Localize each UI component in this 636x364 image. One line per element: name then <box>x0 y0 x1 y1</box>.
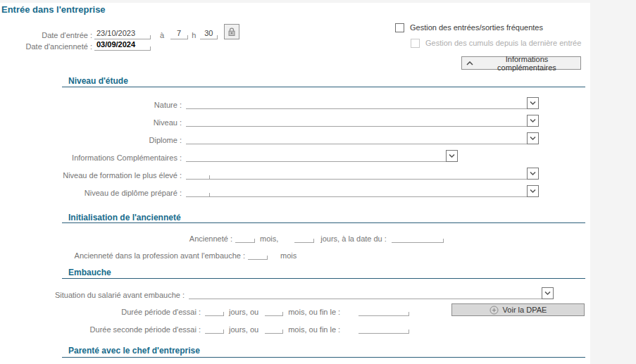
section-title-embauche: Embauche <box>68 268 111 277</box>
jours-ou-label: jours, ou <box>229 308 258 316</box>
periode-essai-label: Durée période d'essai : <box>0 308 201 316</box>
hour-input[interactable]: 7 <box>170 28 187 39</box>
nature-dropdown-button[interactable] <box>527 97 539 109</box>
seconde-periode-essai-label: Durée seconde période d'essai : <box>0 325 201 334</box>
essai2-fin-input[interactable] <box>358 322 409 334</box>
seconde-periode-essai-row: Durée seconde période d'essai : jours, o… <box>0 322 409 334</box>
chevron-down-icon <box>449 154 455 158</box>
chevron-down-icon <box>530 137 536 140</box>
diplome-dropdown-button[interactable] <box>527 132 539 144</box>
niveau-input[interactable] <box>186 115 527 127</box>
niveau-combobox[interactable] <box>186 115 539 127</box>
diplome-prepare-code-input[interactable] <box>186 186 209 197</box>
padlock-icon <box>227 27 236 37</box>
date-entree-row: Date d'entrée : 23/10/2023 à 7 h 30 <box>0 24 239 39</box>
nature-row: Nature : <box>0 97 539 109</box>
cumuls-label: Gestion des cumuls depuis la dernière en… <box>425 39 581 47</box>
chevron-up-icon <box>466 61 473 65</box>
date-entree-label: Date d'entrée : <box>0 31 92 39</box>
diplome-prepare-label: Niveau de diplôme préparé : <box>0 189 182 197</box>
mois2-label: mois <box>280 251 297 260</box>
chevron-down-icon <box>544 291 551 295</box>
situation-label: Situation du salarié avant embauche : <box>0 291 185 299</box>
hour-separator-label: h <box>192 31 196 39</box>
date-anciennete-label: Date d'ancienneté : <box>0 42 92 51</box>
formation-row: Niveau de formation le plus élevé : <box>0 168 539 180</box>
formation-label: Niveau de formation le plus élevé : <box>0 171 182 180</box>
essai1-mois-input[interactable] <box>265 305 282 316</box>
minute-input[interactable]: 30 <box>200 28 217 39</box>
diplome-input[interactable] <box>186 133 527 144</box>
anciennete-jours-input[interactable] <box>294 232 313 243</box>
at-label: à <box>160 31 164 39</box>
chevron-down-icon <box>530 172 536 175</box>
diplome-prepare-dropdown-button[interactable] <box>527 185 539 197</box>
nature-input[interactable] <box>186 98 527 109</box>
page-title: Entrée dans l'entreprise <box>1 4 106 15</box>
chevron-down-icon <box>530 189 536 193</box>
anciennete-label: Ancienneté : <box>0 234 232 243</box>
formation-dropdown-button[interactable] <box>527 168 539 180</box>
infos-complementaires-input[interactable] <box>186 151 446 162</box>
cumuls-checkbox <box>411 39 420 48</box>
mois-fin-label: mois, ou fin le : <box>288 308 340 316</box>
niveau-row: Niveau : <box>0 115 539 127</box>
date-entree-input[interactable]: 23/10/2023 <box>94 28 150 39</box>
formation-input[interactable] <box>209 168 527 180</box>
infos-complementaires-dropdown-button[interactable] <box>446 150 458 162</box>
niveau-label: Niveau : <box>0 118 182 127</box>
nature-label: Nature : <box>0 101 182 109</box>
section-title-niveau-etude: Niveau d'étude <box>68 76 128 86</box>
diplome-prepare-combobox[interactable] <box>209 185 539 197</box>
essai1-fin-input[interactable] <box>358 305 409 316</box>
diplome-row: Diplome : <box>0 132 539 144</box>
anciennete-row: Ancienneté : mois, jours, à la date du : <box>0 232 443 243</box>
jours-date-label: jours, à la date du : <box>320 234 387 243</box>
diplome-prepare-input[interactable] <box>209 186 527 197</box>
situation-input[interactable] <box>189 288 542 299</box>
plus-circle-icon <box>490 306 499 315</box>
jours-ou-label: jours, ou <box>229 325 258 334</box>
lock-date-button[interactable] <box>224 24 239 39</box>
chevron-down-icon <box>530 101 536 105</box>
section-rule <box>62 87 585 87</box>
profession-label: Ancienneté dans la profession avant l'em… <box>0 251 245 260</box>
frequent-entries-option: Gestion des entrées/sorties fréquentes <box>395 23 543 32</box>
profession-row: Ancienneté dans la profession avant l'em… <box>0 249 297 260</box>
essai1-jours-input[interactable] <box>205 305 223 316</box>
anciennete-date-input[interactable] <box>392 232 443 243</box>
section-title-parente: Parenté avec le chef d'entreprise <box>68 346 200 356</box>
situation-row: Situation du salarié avant embauche : <box>0 287 554 299</box>
infos-complementaires-label: Informations Complémentaires : <box>0 153 182 162</box>
section-rule <box>62 278 585 279</box>
profession-mois-input[interactable] <box>248 249 267 260</box>
date-anciennete-row: Date d'ancienneté : 03/09/2024 <box>0 39 150 51</box>
section-rule <box>62 222 585 223</box>
date-anciennete-input[interactable]: 03/09/2024 <box>94 39 150 51</box>
essai2-jours-input[interactable] <box>205 322 223 334</box>
voir-dpae-button[interactable]: Voir la DPAE <box>451 303 585 316</box>
diplome-combobox[interactable] <box>186 132 539 144</box>
frequent-entries-checkbox[interactable] <box>395 23 404 32</box>
situation-dropdown-button[interactable] <box>542 287 554 299</box>
informations-complementaires-button-label: Informations complémentaires <box>478 55 576 72</box>
mois-label: mois, <box>260 234 278 243</box>
section-rule <box>62 357 585 358</box>
voir-dpae-button-label: Voir la DPAE <box>503 306 547 314</box>
infos-complementaires-combobox[interactable] <box>186 150 458 162</box>
niveau-dropdown-button[interactable] <box>527 115 539 127</box>
frequent-entries-label: Gestion des entrées/sorties fréquentes <box>410 23 543 32</box>
formation-combobox[interactable] <box>209 168 539 180</box>
nature-combobox[interactable] <box>186 97 539 109</box>
infos-complementaires-row: Informations Complémentaires : <box>0 150 458 162</box>
cumuls-option: Gestion des cumuls depuis la dernière en… <box>411 39 581 48</box>
formation-code-input[interactable] <box>186 168 209 180</box>
informations-complementaires-button[interactable]: Informations complémentaires <box>461 56 581 70</box>
section-title-anciennete: Initialisation de l'ancienneté <box>68 213 181 222</box>
anciennete-mois-input[interactable] <box>235 232 254 243</box>
periode-essai-row: Durée période d'essai : jours, ou mois, … <box>0 305 409 316</box>
diplome-prepare-row: Niveau de diplôme préparé : <box>0 185 539 197</box>
mois-fin-label: mois, ou fin le : <box>288 325 340 334</box>
situation-combobox[interactable] <box>189 287 554 299</box>
essai2-mois-input[interactable] <box>265 322 282 334</box>
